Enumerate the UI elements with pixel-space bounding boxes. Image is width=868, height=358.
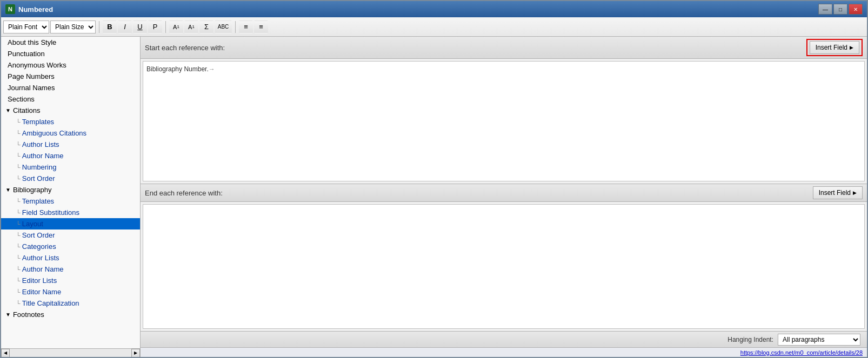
sidebar-item-about[interactable]: About this Style xyxy=(1,37,140,48)
sidebar-item-editor-lists[interactable]: Editor Lists xyxy=(1,275,140,286)
sidebar-item-bib-templates[interactable]: Templates xyxy=(1,195,140,207)
insert-field-bottom-arrow: ▶ xyxy=(853,190,857,195)
maximize-button[interactable]: □ xyxy=(833,4,847,15)
sidebar-item-title-cap[interactable]: Title Capitalization xyxy=(1,298,140,309)
scroll-right-button[interactable]: ▶ xyxy=(131,349,140,357)
collapse-citations-icon: ▼ xyxy=(5,107,11,113)
footer-bar: Hanging Indent: All paragraphs No paragr… xyxy=(141,331,867,347)
sidebar-item-categories[interactable]: Categories xyxy=(1,241,140,252)
sidebar-item-author-lists-cit[interactable]: Author Lists xyxy=(1,139,140,150)
scroll-track xyxy=(10,349,131,357)
sidebar-item-punctuation[interactable]: Punctuation xyxy=(1,48,140,59)
scroll-left-button[interactable]: ◀ xyxy=(1,349,10,357)
main-area: About this Style Punctuation Anonymous W… xyxy=(1,37,867,357)
sidebar-item-numbering[interactable]: Numbering xyxy=(1,161,140,173)
sidebar-item-cit-templates[interactable]: Templates xyxy=(1,116,140,127)
sidebar: About this Style Punctuation Anonymous W… xyxy=(1,37,141,357)
superscript-button[interactable]: A1 xyxy=(169,21,183,33)
underline-button[interactable]: U xyxy=(133,21,147,33)
plain-button[interactable]: P xyxy=(148,21,162,33)
top-section-label: Start each reference with: xyxy=(145,44,225,52)
status-url: https://blog.csdn.net/m0_com/article/det… xyxy=(740,349,863,356)
insert-field-bottom-button[interactable]: Insert Field ▶ xyxy=(813,186,863,199)
align-left-button[interactable]: ≡ xyxy=(239,21,253,33)
window-title: Numbered xyxy=(18,5,818,13)
sidebar-item-field-substitutions[interactable]: Field Substitutions xyxy=(1,207,140,218)
content-area: Start each reference with: Insert Field … xyxy=(141,37,867,357)
bold-button[interactable]: B xyxy=(103,21,117,33)
sidebar-item-ambiguous[interactable]: Ambiguous Citations xyxy=(1,127,140,139)
bottom-section-header: End each reference with: Insert Field ▶ xyxy=(141,184,867,202)
insert-field-top-button[interactable]: Insert Field ▶ xyxy=(810,41,859,54)
italic-button[interactable]: I xyxy=(118,21,132,33)
sidebar-item-footnotes[interactable]: ▼ Footnotes xyxy=(1,309,140,320)
toolbar-separator-1 xyxy=(99,21,99,33)
sidebar-item-sections[interactable]: Sections xyxy=(1,93,140,105)
sidebar-item-sort-order-bib[interactable]: Sort Order xyxy=(1,229,140,241)
collapse-bibliography-icon: ▼ xyxy=(5,187,11,193)
toolbar: Plain Font Plain Size B I U P A1 A1 Σ AB… xyxy=(1,17,867,37)
minimize-button[interactable]: — xyxy=(818,4,832,15)
app-icon: N xyxy=(5,4,15,14)
top-pilcrow: → xyxy=(209,65,215,73)
sigma-button[interactable]: Σ xyxy=(199,21,213,33)
subscript-button[interactable]: A1 xyxy=(184,21,198,33)
window-controls: — □ ✕ xyxy=(818,4,863,15)
insert-field-top-wrapper: Insert Field ▶ xyxy=(806,39,863,56)
insert-field-top-arrow: ▶ xyxy=(850,45,853,50)
status-bar: https://blog.csdn.net/m0_com/article/det… xyxy=(141,347,867,357)
sidebar-item-author-name-bib[interactable]: Author Name xyxy=(1,264,140,275)
main-window: N Numbered — □ ✕ Plain Font Plain Size B… xyxy=(0,0,868,358)
toolbar-separator-3 xyxy=(235,21,236,33)
sidebar-item-citations[interactable]: ▼ Citations xyxy=(1,105,140,116)
abc-button[interactable]: ABC xyxy=(215,21,232,33)
sidebar-item-page-numbers[interactable]: Page Numbers xyxy=(1,71,140,82)
top-section-header: Start each reference with: Insert Field … xyxy=(141,37,867,59)
bottom-section: End each reference with: Insert Field ▶ xyxy=(141,184,867,331)
size-select[interactable]: Plain Size xyxy=(50,21,96,33)
align-justify-button[interactable]: ≡ xyxy=(254,21,268,33)
sidebar-item-journal-names[interactable]: Journal Names xyxy=(1,82,140,93)
font-select[interactable]: Plain Font xyxy=(3,21,49,33)
close-button[interactable]: ✕ xyxy=(849,4,863,15)
sidebar-item-editor-name[interactable]: Editor Name xyxy=(1,286,140,298)
sidebar-item-author-lists-bib[interactable]: Author Lists xyxy=(1,252,140,264)
toolbar-separator-2 xyxy=(165,21,166,33)
top-content-text: Bibliography Number. xyxy=(146,65,209,73)
bottom-text-area[interactable] xyxy=(143,204,865,329)
sidebar-item-author-name-cit[interactable]: Author Name xyxy=(1,150,140,161)
sidebar-item-layout[interactable]: Layout xyxy=(1,218,140,229)
top-section: Start each reference with: Insert Field … xyxy=(141,37,867,184)
collapse-footnotes-icon: ▼ xyxy=(5,312,11,318)
sidebar-item-bibliography[interactable]: ▼ Bibliography xyxy=(1,184,140,195)
hanging-indent-label: Hanging Indent: xyxy=(727,336,773,343)
sidebar-scrollbar: ◀ ▶ xyxy=(1,348,140,357)
sidebar-item-anonymous[interactable]: Anonymous Works xyxy=(1,59,140,71)
bottom-section-label: End each reference with: xyxy=(145,189,223,197)
hanging-indent-select[interactable]: All paragraphs No paragraphs First parag… xyxy=(778,334,860,346)
top-text-area[interactable]: Bibliography Number.→ xyxy=(143,61,865,181)
sidebar-scroll[interactable]: About this Style Punctuation Anonymous W… xyxy=(1,37,140,348)
sidebar-item-sort-order-cit[interactable]: Sort Order xyxy=(1,173,140,184)
title-bar: N Numbered — □ ✕ xyxy=(1,1,867,17)
